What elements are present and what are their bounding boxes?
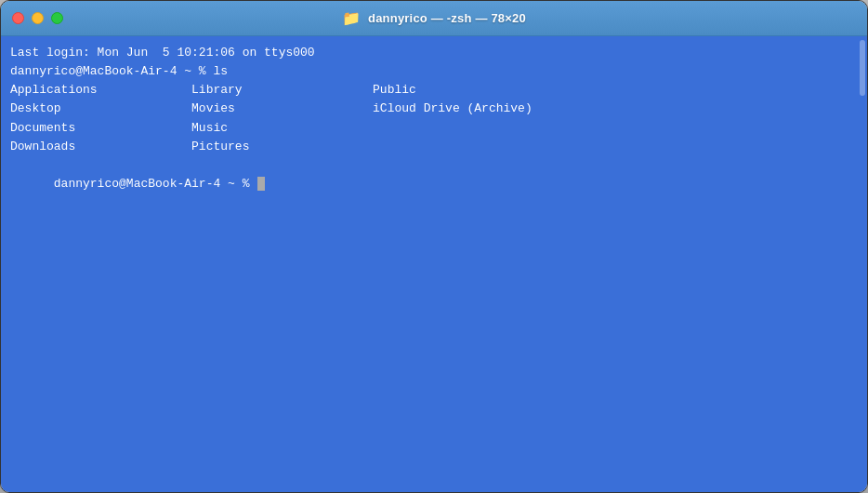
terminal-line-5: Documents Music [10, 119, 858, 138]
cursor [257, 177, 265, 191]
window-title: dannyrico — -zsh — 78×20 [368, 11, 526, 25]
minimize-button[interactable] [32, 12, 44, 24]
terminal-line-4: Desktop Movies iCloud Drive (Archive) [10, 100, 858, 118]
titlebar: 📁 dannyrico — -zsh — 78×20 [1, 1, 867, 36]
terminal-prompt-line: dannyrico@MacBook-Air-4 ~ % [10, 156, 858, 212]
terminal-line-1: Last login: Mon Jun 5 10:21:06 on ttys00… [10, 44, 858, 62]
close-button[interactable] [12, 12, 24, 24]
scrollbar[interactable] [860, 40, 865, 96]
terminal-line-6: Downloads Pictures [10, 138, 858, 156]
terminal-line-3: Applications Library Public [10, 81, 858, 100]
folder-icon: 📁 [342, 9, 361, 27]
terminal-body[interactable]: Last login: Mon Jun 5 10:21:06 on ttys00… [1, 36, 867, 492]
maximize-button[interactable] [51, 12, 63, 24]
title-content: 📁 dannyrico — -zsh — 78×20 [342, 9, 526, 27]
prompt-text: dannyrico@MacBook-Air-4 ~ % [54, 177, 256, 191]
terminal-window: 📁 dannyrico — -zsh — 78×20 Last login: M… [0, 0, 868, 493]
terminal-line-2: dannyrico@MacBook-Air-4 ~ % ls [10, 62, 858, 81]
traffic-lights [12, 12, 63, 24]
